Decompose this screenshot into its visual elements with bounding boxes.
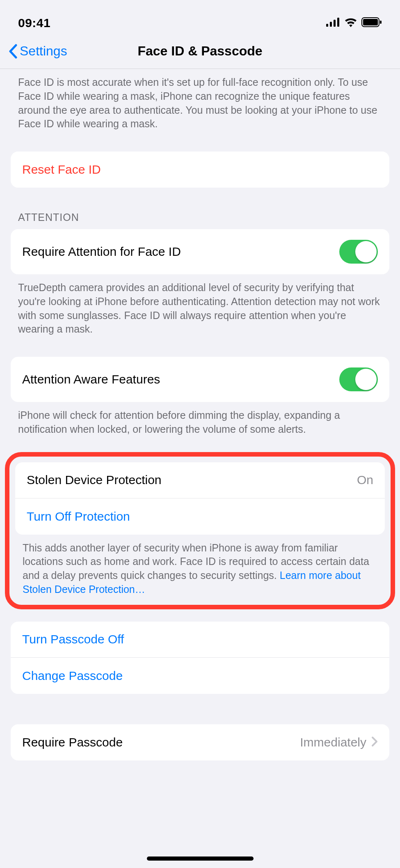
status-bar: 09:41 — [0, 0, 400, 36]
svg-rect-5 — [363, 19, 378, 25]
chevron-right-icon — [371, 736, 378, 749]
change-passcode-button[interactable]: Change Passcode — [11, 658, 389, 694]
attention-aware-label: Attention Aware Features — [22, 372, 160, 386]
reset-faceid-group: Reset Face ID — [11, 152, 389, 188]
require-passcode-group: Require Passcode Immediately — [11, 724, 389, 760]
stolen-device-footer: This adds another layer of security when… — [9, 535, 391, 601]
turn-off-protection-button[interactable]: Turn Off Protection — [15, 498, 385, 535]
stolen-device-highlight: Stolen Device Protection On Turn Off Pro… — [5, 452, 395, 609]
svg-rect-3 — [337, 18, 339, 27]
status-time: 09:41 — [18, 16, 50, 30]
require-attention-label: Require Attention for Face ID — [22, 245, 181, 259]
attention-aware-footer: iPhone will check for attention before d… — [0, 402, 400, 445]
require-attention-row[interactable]: Require Attention for Face ID — [11, 229, 389, 274]
turn-passcode-off-button[interactable]: Turn Passcode Off — [11, 622, 389, 658]
navigation-bar: Settings Face ID & Passcode — [0, 36, 400, 69]
attention-header: ATTENTION — [0, 211, 400, 229]
back-label: Settings — [20, 44, 67, 59]
svg-rect-0 — [326, 24, 328, 27]
svg-rect-6 — [380, 21, 382, 24]
home-indicator[interactable] — [147, 857, 254, 861]
change-passcode-label: Change Passcode — [22, 669, 123, 683]
require-attention-toggle[interactable] — [339, 240, 378, 264]
require-passcode-value: Immediately — [300, 735, 366, 749]
battery-icon — [361, 17, 382, 29]
attention-aware-row[interactable]: Attention Aware Features — [11, 357, 389, 402]
turn-passcode-off-label: Turn Passcode Off — [22, 632, 124, 646]
reset-faceid-button[interactable]: Reset Face ID — [11, 152, 389, 188]
wifi-icon — [344, 17, 357, 29]
back-button[interactable]: Settings — [8, 44, 67, 59]
require-attention-group: Require Attention for Face ID — [11, 229, 389, 274]
attention-aware-group: Attention Aware Features — [11, 357, 389, 402]
attention-aware-toggle[interactable] — [339, 367, 378, 391]
status-icons — [326, 17, 382, 29]
chevron-left-icon — [8, 44, 17, 59]
stolen-device-value: On — [357, 473, 373, 487]
passcode-actions-group: Turn Passcode Off Change Passcode — [11, 622, 389, 694]
require-passcode-label: Require Passcode — [22, 735, 123, 749]
faceid-mask-footer: Face ID is most accurate when it's set u… — [0, 69, 400, 139]
stolen-device-row[interactable]: Stolen Device Protection On — [15, 462, 385, 498]
page-title: Face ID & Passcode — [137, 44, 262, 59]
cellular-signal-icon — [326, 18, 340, 28]
stolen-device-label: Stolen Device Protection — [27, 473, 162, 487]
svg-rect-1 — [330, 22, 332, 27]
require-passcode-row[interactable]: Require Passcode Immediately — [11, 724, 389, 760]
require-attention-footer: TrueDepth camera provides an additional … — [0, 274, 400, 344]
stolen-device-group: Stolen Device Protection On Turn Off Pro… — [15, 462, 385, 535]
svg-rect-2 — [334, 20, 336, 27]
reset-faceid-label: Reset Face ID — [22, 163, 101, 177]
turn-off-protection-label: Turn Off Protection — [27, 510, 130, 524]
